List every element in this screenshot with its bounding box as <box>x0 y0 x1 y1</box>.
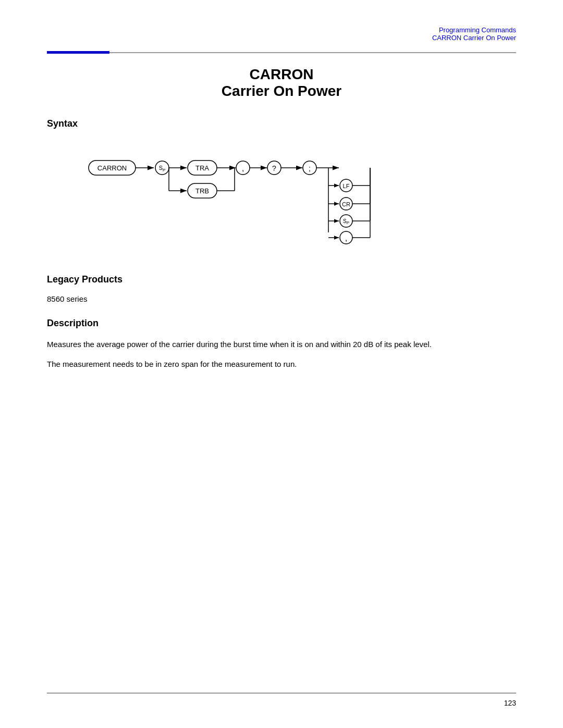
sub-title: Carrier On Power <box>47 83 516 100</box>
svg-text:TRB: TRB <box>195 187 209 195</box>
svg-text:TRA: TRA <box>195 164 209 172</box>
description-para2: The measurement needs to be in zero span… <box>47 358 516 371</box>
syntax-diagram: CARRON SP TRA , <box>47 139 516 253</box>
svg-text:?: ? <box>272 164 276 172</box>
footer: 123 <box>47 693 516 707</box>
legacy-text: 8560 series <box>47 294 516 303</box>
title-section: CARRON Carrier On Power <box>47 66 516 100</box>
top-rule <box>47 51 516 54</box>
syntax-svg: CARRON SP TRA , <box>47 139 516 253</box>
header: Programming Commands CARRON Carrier On P… <box>47 26 516 42</box>
main-title: CARRON <box>47 66 516 83</box>
description-heading: Description <box>47 318 516 329</box>
description-section: Description Measures the average power o… <box>47 318 516 378</box>
legacy-heading: Legacy Products <box>47 274 516 285</box>
legacy-section: Legacy Products 8560 series <box>47 274 516 303</box>
syntax-heading: Syntax <box>47 118 516 129</box>
footer-rule <box>47 693 516 694</box>
svg-text:,: , <box>242 164 244 172</box>
header-links: Programming Commands CARRON Carrier On P… <box>432 26 516 42</box>
svg-text:,: , <box>345 233 347 242</box>
gray-rule <box>109 52 516 53</box>
header-link-programming[interactable]: Programming Commands <box>432 26 516 34</box>
page-number: 123 <box>47 699 516 707</box>
svg-text:;: ; <box>309 164 311 172</box>
blue-rule <box>47 51 109 54</box>
header-link-carron[interactable]: CARRON Carrier On Power <box>432 34 516 42</box>
svg-text:LF: LF <box>343 183 350 189</box>
svg-text:CARRON: CARRON <box>97 164 127 172</box>
svg-text:CR: CR <box>342 201 350 207</box>
description-para1: Measures the average power of the carrie… <box>47 338 516 351</box>
syntax-section: Syntax CARRON <box>47 118 516 253</box>
